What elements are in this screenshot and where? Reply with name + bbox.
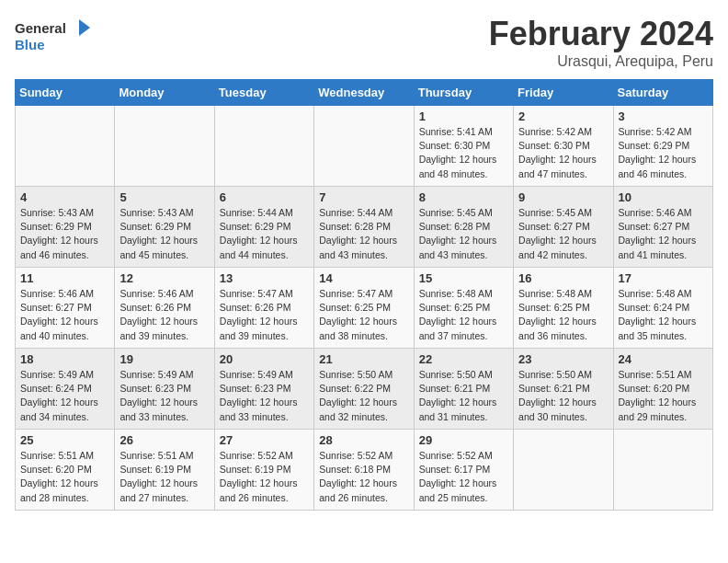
calendar-week-row: 1Sunrise: 5:41 AM Sunset: 6:30 PM Daylig… (16, 106, 713, 187)
day-info: Sunrise: 5:43 AM Sunset: 6:29 PM Dayligh… (20, 206, 109, 262)
calendar-cell: 26Sunrise: 5:51 AM Sunset: 6:19 PM Dayli… (115, 430, 214, 511)
calendar-cell: 27Sunrise: 5:52 AM Sunset: 6:19 PM Dayli… (214, 430, 313, 511)
weekday-header-sunday: Sunday (16, 80, 115, 106)
day-number: 15 (419, 271, 508, 285)
day-number: 29 (419, 433, 508, 447)
calendar-cell: 28Sunrise: 5:52 AM Sunset: 6:18 PM Dayli… (314, 430, 414, 511)
logo: General Blue (15, 15, 97, 61)
day-info: Sunrise: 5:52 AM Sunset: 6:19 PM Dayligh… (220, 449, 309, 505)
calendar-cell: 13Sunrise: 5:47 AM Sunset: 6:26 PM Dayli… (214, 268, 313, 349)
day-info: Sunrise: 5:51 AM Sunset: 6:19 PM Dayligh… (119, 449, 209, 505)
calendar-week-row: 4Sunrise: 5:43 AM Sunset: 6:29 PM Daylig… (16, 187, 713, 268)
calendar-cell (514, 430, 613, 511)
calendar-cell (314, 106, 414, 187)
calendar-cell: 6Sunrise: 5:44 AM Sunset: 6:29 PM Daylig… (214, 187, 313, 268)
day-info: Sunrise: 5:52 AM Sunset: 6:18 PM Dayligh… (319, 449, 408, 505)
calendar-cell (214, 106, 313, 187)
weekday-header-row: SundayMondayTuesdayWednesdayThursdayFrid… (16, 80, 713, 106)
day-info: Sunrise: 5:49 AM Sunset: 6:24 PM Dayligh… (20, 368, 109, 424)
day-number: 17 (619, 271, 708, 285)
day-info: Sunrise: 5:47 AM Sunset: 6:25 PM Dayligh… (319, 287, 408, 343)
svg-text:Blue: Blue (15, 37, 45, 52)
calendar-cell: 7Sunrise: 5:44 AM Sunset: 6:28 PM Daylig… (314, 187, 414, 268)
calendar-cell: 1Sunrise: 5:41 AM Sunset: 6:30 PM Daylig… (414, 106, 513, 187)
day-info: Sunrise: 5:50 AM Sunset: 6:21 PM Dayligh… (518, 368, 608, 424)
calendar-cell: 23Sunrise: 5:50 AM Sunset: 6:21 PM Dayli… (514, 349, 613, 430)
day-number: 23 (518, 352, 608, 366)
day-number: 3 (619, 109, 708, 123)
day-info: Sunrise: 5:42 AM Sunset: 6:30 PM Dayligh… (518, 125, 608, 181)
weekday-header-saturday: Saturday (613, 80, 712, 106)
day-info: Sunrise: 5:45 AM Sunset: 6:27 PM Dayligh… (518, 206, 608, 262)
day-number: 28 (319, 433, 408, 447)
svg-text:General: General (15, 20, 66, 36)
calendar-cell (115, 106, 214, 187)
calendar-cell: 14Sunrise: 5:47 AM Sunset: 6:25 PM Dayli… (314, 268, 414, 349)
day-info: Sunrise: 5:48 AM Sunset: 6:24 PM Dayligh… (619, 287, 708, 343)
day-number: 24 (619, 352, 708, 366)
day-number: 8 (419, 190, 508, 204)
day-number: 4 (20, 190, 109, 204)
calendar-cell: 29Sunrise: 5:52 AM Sunset: 6:17 PM Dayli… (414, 430, 513, 511)
calendar-cell: 18Sunrise: 5:49 AM Sunset: 6:24 PM Dayli… (16, 349, 115, 430)
calendar-cell: 9Sunrise: 5:45 AM Sunset: 6:27 PM Daylig… (514, 187, 613, 268)
day-info: Sunrise: 5:51 AM Sunset: 6:20 PM Dayligh… (619, 368, 708, 424)
calendar-cell: 20Sunrise: 5:49 AM Sunset: 6:23 PM Dayli… (214, 349, 313, 430)
day-info: Sunrise: 5:45 AM Sunset: 6:28 PM Dayligh… (419, 206, 508, 262)
weekday-header-monday: Monday (115, 80, 214, 106)
day-info: Sunrise: 5:49 AM Sunset: 6:23 PM Dayligh… (119, 368, 209, 424)
calendar-week-row: 11Sunrise: 5:46 AM Sunset: 6:27 PM Dayli… (16, 268, 713, 349)
day-number: 6 (220, 190, 309, 204)
day-info: Sunrise: 5:41 AM Sunset: 6:30 PM Dayligh… (419, 125, 508, 181)
day-number: 19 (119, 352, 209, 366)
calendar-cell: 21Sunrise: 5:50 AM Sunset: 6:22 PM Dayli… (314, 349, 414, 430)
day-number: 12 (119, 271, 209, 285)
calendar-cell: 3Sunrise: 5:42 AM Sunset: 6:29 PM Daylig… (613, 106, 712, 187)
calendar-cell (16, 106, 115, 187)
day-info: Sunrise: 5:46 AM Sunset: 6:27 PM Dayligh… (619, 206, 708, 262)
logo-svg: General Blue (15, 15, 97, 61)
calendar-cell (613, 430, 712, 511)
calendar-cell: 19Sunrise: 5:49 AM Sunset: 6:23 PM Dayli… (115, 349, 214, 430)
day-info: Sunrise: 5:48 AM Sunset: 6:25 PM Dayligh… (518, 287, 608, 343)
day-info: Sunrise: 5:44 AM Sunset: 6:29 PM Dayligh… (220, 206, 309, 262)
svg-marker-1 (79, 19, 90, 36)
day-number: 20 (220, 352, 309, 366)
day-number: 9 (518, 190, 608, 204)
day-info: Sunrise: 5:43 AM Sunset: 6:29 PM Dayligh… (119, 206, 209, 262)
day-number: 13 (220, 271, 309, 285)
day-number: 1 (419, 109, 508, 123)
page-title: February 2024 (489, 15, 713, 53)
weekday-header-thursday: Thursday (414, 80, 513, 106)
day-number: 18 (20, 352, 109, 366)
calendar-cell: 12Sunrise: 5:46 AM Sunset: 6:26 PM Dayli… (115, 268, 214, 349)
day-info: Sunrise: 5:50 AM Sunset: 6:22 PM Dayligh… (319, 368, 408, 424)
calendar-cell: 5Sunrise: 5:43 AM Sunset: 6:29 PM Daylig… (115, 187, 214, 268)
calendar-cell: 8Sunrise: 5:45 AM Sunset: 6:28 PM Daylig… (414, 187, 513, 268)
day-info: Sunrise: 5:48 AM Sunset: 6:25 PM Dayligh… (419, 287, 508, 343)
title-block: February 2024 Urasqui, Arequipa, Peru (489, 15, 713, 70)
day-number: 7 (319, 190, 408, 204)
day-info: Sunrise: 5:44 AM Sunset: 6:28 PM Dayligh… (319, 206, 408, 262)
day-info: Sunrise: 5:50 AM Sunset: 6:21 PM Dayligh… (419, 368, 508, 424)
location-subtitle: Urasqui, Arequipa, Peru (489, 53, 713, 70)
day-info: Sunrise: 5:49 AM Sunset: 6:23 PM Dayligh… (220, 368, 309, 424)
page-header: General Blue February 2024 Urasqui, Areq… (15, 15, 713, 70)
day-info: Sunrise: 5:51 AM Sunset: 6:20 PM Dayligh… (20, 449, 109, 505)
day-number: 25 (20, 433, 109, 447)
day-info: Sunrise: 5:46 AM Sunset: 6:27 PM Dayligh… (20, 287, 109, 343)
day-number: 26 (119, 433, 209, 447)
calendar-cell: 17Sunrise: 5:48 AM Sunset: 6:24 PM Dayli… (613, 268, 712, 349)
day-info: Sunrise: 5:52 AM Sunset: 6:17 PM Dayligh… (419, 449, 508, 505)
day-number: 14 (319, 271, 408, 285)
weekday-header-wednesday: Wednesday (314, 80, 414, 106)
calendar-cell: 24Sunrise: 5:51 AM Sunset: 6:20 PM Dayli… (613, 349, 712, 430)
calendar-cell: 25Sunrise: 5:51 AM Sunset: 6:20 PM Dayli… (16, 430, 115, 511)
day-info: Sunrise: 5:46 AM Sunset: 6:26 PM Dayligh… (119, 287, 209, 343)
day-number: 2 (518, 109, 608, 123)
weekday-header-tuesday: Tuesday (214, 80, 313, 106)
day-info: Sunrise: 5:42 AM Sunset: 6:29 PM Dayligh… (619, 125, 708, 181)
day-number: 11 (20, 271, 109, 285)
day-info: Sunrise: 5:47 AM Sunset: 6:26 PM Dayligh… (220, 287, 309, 343)
day-number: 5 (119, 190, 209, 204)
